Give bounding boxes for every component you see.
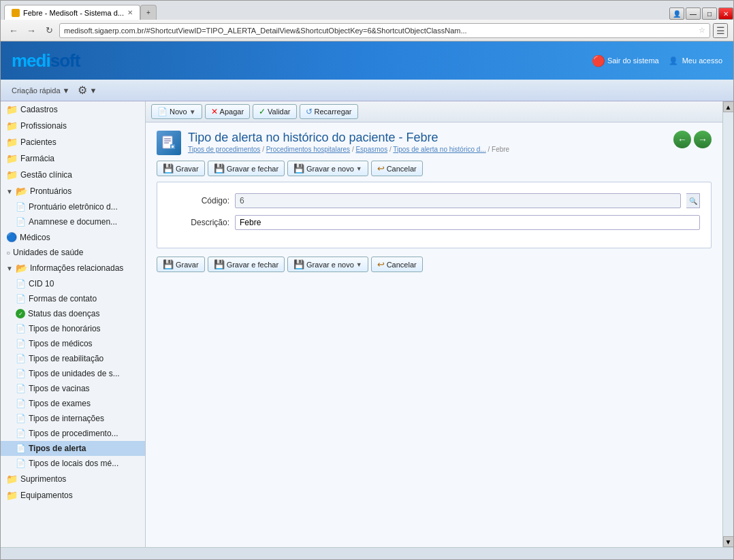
sidebar: 📁 Cadastros 📁 Profissionais 📁 Pacientes … bbox=[1, 101, 146, 547]
code-input-search-icon[interactable]: 🔍 bbox=[686, 193, 700, 208]
save-new-button-top[interactable]: 💾 Gravar e novo ▼ bbox=[287, 161, 368, 176]
save-new-icon: 💾 bbox=[293, 163, 304, 174]
browser-tab[interactable]: Febre - Medisoft - Sistema d... ✕ bbox=[4, 5, 140, 20]
description-input[interactable] bbox=[235, 215, 700, 230]
new-button[interactable]: 📄 Novo ▼ bbox=[151, 104, 202, 119]
app-area: medisoft 🔴 Sair do sistema 👤 Meu acesso … bbox=[1, 42, 733, 559]
reload-button[interactable]: ↻ bbox=[42, 23, 57, 38]
sidebar-label-honorarios: Tipos de honorários bbox=[29, 324, 101, 333]
browser-menu-button[interactable]: ☰ bbox=[713, 23, 728, 38]
window-user-icon[interactable]: 👤 bbox=[669, 7, 684, 20]
forward-button[interactable]: → bbox=[24, 23, 39, 38]
sidebar-item-tipos-medicos[interactable]: 📄 Tipos de médicos bbox=[1, 336, 145, 351]
sidebar-item-anamnese[interactable]: 📄 Anamnese e documen... bbox=[1, 214, 145, 229]
code-label: Código: bbox=[168, 196, 229, 205]
validate-button[interactable]: ✓ Validar bbox=[253, 104, 296, 119]
sidebar-item-tipos-honorarios[interactable]: 📄 Tipos de honorários bbox=[1, 321, 145, 336]
sidebar-item-tipos-internacoes[interactable]: 📄 Tipos de internações bbox=[1, 411, 145, 426]
save-new-arrow-bottom[interactable]: ▼ bbox=[356, 261, 362, 268]
sidebar-item-tipos-locais[interactable]: 📄 Tipos de locais dos mé... bbox=[1, 456, 145, 471]
sidebar-item-formas-contato[interactable]: 📄 Formas de contato bbox=[1, 291, 145, 306]
sidebar-item-informacoes[interactable]: ▼ 📂 Informações relacionadas bbox=[1, 260, 145, 276]
doc-icon: 📄 bbox=[16, 202, 26, 212]
save-button-top[interactable]: 💾 Gravar bbox=[157, 161, 205, 176]
sidebar-label-unidades: Unidades de saúde bbox=[13, 248, 83, 257]
sidebar-item-prontuarios[interactable]: ▼ 📂 Prontuários bbox=[1, 183, 145, 199]
exit-system-button[interactable]: 🔴 Sair do sistema bbox=[592, 56, 659, 65]
tab-close-button[interactable]: ✕ bbox=[127, 9, 133, 16]
breadcrumb-tipos-procedimentos[interactable]: Tipos de procedimentos bbox=[188, 146, 260, 153]
save-icon: 💾 bbox=[163, 163, 174, 174]
sidebar-item-tipos-vacinas[interactable]: 📄 Tipos de vacinas bbox=[1, 381, 145, 396]
sidebar-item-tipos-reabilitacao[interactable]: 📄 Tipos de reabilitação bbox=[1, 351, 145, 366]
new-label: Novo bbox=[170, 108, 187, 116]
content-area: 📄 Novo ▼ ✕ Apagar ✓ Validar ↺ Recarre bbox=[146, 101, 722, 547]
sidebar-item-medicos[interactable]: 🔵 Médicos bbox=[1, 229, 145, 245]
back-button[interactable]: ← bbox=[6, 23, 21, 38]
window-minimize-button[interactable]: — bbox=[686, 7, 701, 20]
my-access-button[interactable]: 👤 Meu acesso bbox=[667, 56, 722, 65]
sidebar-label-internacoes: Tipos de internações bbox=[29, 414, 104, 423]
sidebar-item-profissionais[interactable]: 📁 Profissionais bbox=[1, 118, 145, 134]
save-close-button-bottom[interactable]: 💾 Gravar e fechar bbox=[208, 257, 285, 272]
sidebar-item-tipos-procedimentos[interactable]: 📄 Tipos de procedimento... bbox=[1, 426, 145, 441]
green-circle-icon: ✓ bbox=[16, 309, 25, 318]
breadcrumb: Tipos de procedimentos / Procedimentos h… bbox=[188, 146, 668, 153]
sidebar-item-cid10[interactable]: 📄 CID 10 bbox=[1, 276, 145, 291]
sidebar-label-pacientes: Pacientes bbox=[20, 137, 57, 147]
sidebar-item-tipos-unidades[interactable]: 📄 Tipos de unidades de s... bbox=[1, 366, 145, 381]
sidebar-item-prontuario-eletronico[interactable]: 📄 Prontuário eletrônico d... bbox=[1, 199, 145, 214]
save-label-bottom: Gravar bbox=[176, 261, 199, 269]
breadcrumb-procedimentos-hospitalares[interactable]: Procedimentos hospitalares bbox=[266, 146, 350, 153]
new-dropdown-arrow[interactable]: ▼ bbox=[189, 108, 196, 116]
breadcrumb-febre: Febre bbox=[492, 146, 509, 153]
window-close-button[interactable]: ✕ bbox=[718, 7, 733, 20]
cancel-button-bottom[interactable]: ↩ Cancelar bbox=[371, 257, 423, 272]
sidebar-item-status-doencas[interactable]: ✓ Status das doenças bbox=[1, 306, 145, 321]
delete-button[interactable]: ✕ Apagar bbox=[205, 104, 250, 119]
form-section: Código: 🔍 Descrição: bbox=[157, 182, 712, 248]
save-new-button-bottom[interactable]: 💾 Gravar e novo ▼ bbox=[287, 257, 368, 272]
cancel-button-top[interactable]: ↩ Cancelar bbox=[371, 161, 423, 176]
save-new-dropdown-arrow[interactable]: ▼ bbox=[356, 165, 362, 172]
sidebar-item-pacientes[interactable]: 📁 Pacientes bbox=[1, 134, 145, 150]
new-tab-button[interactable]: + bbox=[140, 5, 157, 20]
scroll-down-button[interactable]: ▼ bbox=[723, 536, 734, 547]
quick-create-arrow-icon: ▼ bbox=[63, 86, 70, 95]
sidebar-item-gestao-clinica[interactable]: 📁 Gestão clínica bbox=[1, 167, 145, 183]
right-scrollbar[interactable]: ▲ ▼ bbox=[722, 101, 733, 547]
browser-window: Febre - Medisoft - Sistema d... ✕ + 👤 — … bbox=[0, 0, 734, 560]
breadcrumb-espasmos[interactable]: Espasmos bbox=[355, 146, 387, 153]
address-bar[interactable]: medisoft.sigaerp.com.br/#ShortcutViewID=… bbox=[59, 23, 710, 38]
delete-label: Apagar bbox=[220, 108, 244, 116]
sidebar-item-suprimentos[interactable]: 📁 Suprimentos bbox=[1, 471, 145, 487]
sidebar-item-unidades[interactable]: ○ Unidades de saúde bbox=[1, 245, 145, 260]
nav-back-button[interactable]: ← bbox=[673, 131, 691, 148]
doc-icon: 📄 bbox=[16, 429, 26, 438]
sidebar-item-farmacia[interactable]: 📁 Farmácia bbox=[1, 150, 145, 167]
sidebar-label-cadastros: Cadastros bbox=[20, 105, 58, 114]
bookmark-star-icon[interactable]: ☆ bbox=[699, 26, 705, 35]
profile-button[interactable]: ⚙ ▼ bbox=[78, 84, 97, 97]
doc-icon: 📄 bbox=[16, 459, 26, 468]
exit-icon: 🔴 bbox=[592, 56, 605, 65]
tab-title: Febre - Medisoft - Sistema d... bbox=[23, 9, 124, 17]
save-button-bottom[interactable]: 💾 Gravar bbox=[157, 257, 205, 272]
sidebar-item-tipos-alerta[interactable]: 📄 Tipos de alerta bbox=[1, 441, 145, 456]
code-input[interactable] bbox=[235, 193, 681, 208]
reload-page-button[interactable]: ↺ Recarregar bbox=[300, 104, 358, 119]
scroll-up-button[interactable]: ▲ bbox=[723, 101, 734, 112]
nav-forward-button[interactable]: → bbox=[694, 131, 712, 148]
form-row-description: Descrição: bbox=[168, 215, 700, 230]
app-header: medisoft 🔴 Sair do sistema 👤 Meu acesso bbox=[1, 42, 733, 80]
quick-create-button[interactable]: Criação rápida ▼ bbox=[12, 86, 69, 95]
sidebar-label-profissionais: Profissionais bbox=[20, 121, 67, 131]
save-close-label: Gravar e fechar bbox=[227, 165, 278, 173]
sidebar-item-tipos-exames[interactable]: 📄 Tipos de exames bbox=[1, 396, 145, 411]
svg-rect-1 bbox=[164, 138, 171, 139]
breadcrumb-tipos-alerta[interactable]: Tipos de alerta no histórico d... bbox=[393, 146, 485, 153]
save-close-button-top[interactable]: 💾 Gravar e fechar bbox=[208, 161, 285, 176]
sidebar-item-cadastros[interactable]: 📁 Cadastros bbox=[1, 101, 145, 118]
sidebar-item-equipamentos[interactable]: 📁 Equipamentos bbox=[1, 487, 145, 504]
window-maximize-button[interactable]: □ bbox=[702, 7, 717, 20]
